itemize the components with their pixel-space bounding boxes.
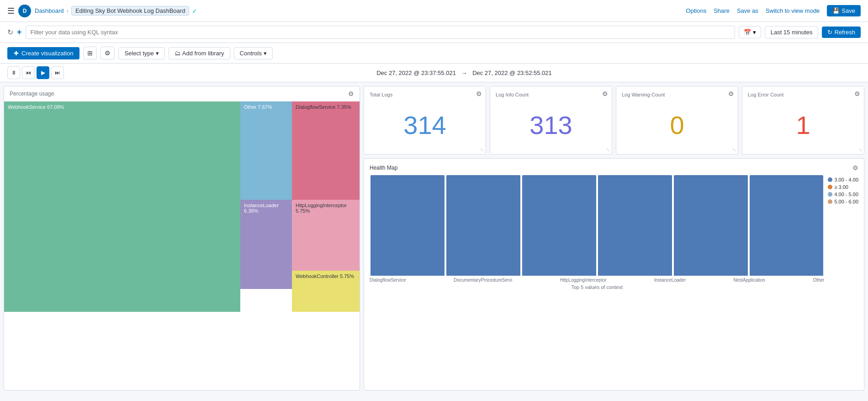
breadcrumb: Dashboard › Editing Sky Bot Webhook Log … — [35, 6, 197, 16]
play-button[interactable]: ▶ — [37, 66, 49, 79]
health-map-content: DialogflowService DocumentaryProcedureSe… — [370, 175, 858, 290]
x-label-other: Other — [813, 278, 824, 283]
treemap-webhookservice: WebhookService 67.09% — [4, 102, 240, 312]
library-icon: 🗂 — [175, 50, 180, 57]
health-map-header: Health Map ⚙ — [370, 164, 858, 171]
treemap-httplogging: HttpLoggingInterceptor 5.75% — [292, 200, 360, 271]
add-filter-icon[interactable]: + — [17, 27, 22, 37]
x-label-dialogflow: DialogflowService — [370, 278, 406, 283]
right-panel: Total Logs ⚙ 314 ⤡ Log Info Count ⚙ 313 … — [364, 86, 864, 390]
legend-label-1: ≥ 3.00 — [834, 184, 848, 190]
plus-icon: ✚ — [14, 50, 19, 57]
refresh-button[interactable]: ↻ Refresh — [822, 27, 861, 38]
breadcrumb-current-page: Editing Sky Bot Webhook Log DashBoard — [71, 6, 189, 16]
health-x-labels: DialogflowService DocumentaryProcedureSe… — [370, 278, 824, 283]
calendar-arrow: ▾ — [753, 29, 756, 36]
log-error-resize-handle: ⤡ — [858, 147, 862, 152]
user-avatar: D — [18, 5, 31, 17]
legend-dot-1 — [828, 185, 832, 189]
health-map-gear-icon[interactable]: ⚙ — [852, 164, 858, 171]
legend-item-2: 4.00 - 5.00 — [828, 192, 858, 197]
next-button[interactable]: ⏭ — [51, 66, 64, 79]
x-label-http: HttpLoggingInterceptor — [560, 278, 607, 283]
legend-item-3: 5.00 - 6.00 — [828, 199, 858, 204]
playback-controls: ⏸ ⏮ ▶ ⏭ — [7, 66, 64, 79]
other-label: Other 7.67% — [244, 104, 272, 110]
time-start: Dec 27, 2022 @ 23:37:55.021 — [376, 70, 456, 76]
treemap-webhookcontroller: WebhookController 5.75% — [292, 271, 360, 312]
create-visualization-button[interactable]: ✚ Create visualization — [7, 47, 79, 59]
save-button[interactable]: 💾 Save — [827, 5, 861, 16]
panel-header: Percentage usage ⚙ — [4, 86, 360, 102]
top-nav: ☰ D Dashboard › Editing Sky Bot Webhook … — [0, 0, 868, 22]
toolbar-grid-icon-button[interactable]: ⊞ — [83, 47, 97, 59]
total-logs-resize-handle: ⤡ — [480, 147, 484, 152]
treemap: WebhookService 67.09% Other 7.67% Dialog… — [4, 102, 360, 312]
stats-row: Total Logs ⚙ 314 ⤡ Log Info Count ⚙ 313 … — [364, 86, 864, 155]
total-logs-card: Total Logs ⚙ 314 ⤡ — [364, 86, 486, 155]
breadcrumb-check-icon: ✓ — [192, 7, 197, 15]
filter-refresh-icon[interactable]: ↻ — [7, 28, 13, 37]
time-range-button[interactable]: Last 15 minutes — [765, 26, 819, 38]
log-error-title: Log Error Count — [748, 92, 858, 97]
time-end: Dec 27, 2022 @ 23:52:55.021 — [472, 70, 552, 76]
breadcrumb-separator: › — [67, 7, 69, 14]
share-link[interactable]: Share — [714, 7, 730, 14]
log-info-gear-icon[interactable]: ⚙ — [602, 90, 608, 97]
treemap-instanceloader: InstanceLoader 6.39% — [240, 200, 292, 289]
prev-button[interactable]: ⏮ — [22, 66, 35, 79]
log-warning-gear-icon[interactable]: ⚙ — [728, 90, 734, 97]
filter-right: 📅 ▾ Last 15 minutes ↻ Refresh — [739, 26, 861, 38]
filter-bar: ↻ + 📅 ▾ Last 15 minutes ↻ Refresh — [0, 22, 868, 43]
health-bar-http — [522, 175, 596, 276]
x-label-nest: NestApplication — [733, 278, 765, 283]
log-error-gear-icon[interactable]: ⚙ — [854, 90, 860, 97]
health-bar-dialogflow — [370, 175, 445, 276]
total-logs-value: 314 — [370, 101, 480, 149]
x-label-instance: InstanceLoader — [654, 278, 686, 283]
log-info-count-card: Log Info Count ⚙ 313 ⤡ — [490, 86, 612, 155]
add-from-library-button[interactable]: 🗂 Add from library — [169, 47, 230, 59]
health-map-chart: DialogflowService DocumentaryProcedureSe… — [370, 175, 824, 290]
toolbar: ✚ Create visualization ⊞ ⚙ Select type ▾… — [0, 43, 868, 64]
health-bars-container — [370, 175, 824, 276]
toolbar-settings-icon-button[interactable]: ⚙ — [101, 47, 115, 59]
webhookcontroller-label: WebhookController 5.75% — [296, 273, 354, 279]
log-error-count-card: Log Error Count ⚙ 1 ⤡ — [742, 86, 864, 155]
legend-label-3: 5.00 - 6.00 — [834, 199, 858, 204]
health-bar-documentary — [446, 175, 520, 276]
switch-view-mode-link[interactable]: Switch to view mode — [766, 7, 820, 14]
health-map-footer: Top 5 values of context — [370, 284, 824, 290]
log-warning-count-card: Log Warning Count ⚙ 0 ⤡ — [616, 86, 738, 155]
kql-filter-input[interactable] — [26, 26, 735, 39]
log-warning-resize-handle: ⤡ — [732, 147, 736, 152]
save-as-link[interactable]: Save as — [737, 7, 758, 14]
time-arrow: → — [461, 70, 467, 76]
time-range-display: Dec 27, 2022 @ 23:37:55.021 → Dec 27, 20… — [68, 70, 861, 76]
panel-gear-icon[interactable]: ⚙ — [348, 90, 354, 97]
legend-label-2: 4.00 - 5.00 — [834, 192, 858, 197]
top-nav-left: ☰ D Dashboard › Editing Sky Bot Webhook … — [7, 5, 197, 17]
controls-button[interactable]: Controls ▾ — [234, 47, 273, 59]
panel-title: Percentage usage — [10, 91, 54, 97]
treemap-other: Other 7.67% — [240, 102, 292, 200]
health-bar-nest — [674, 175, 748, 276]
breadcrumb-dashboard[interactable]: Dashboard — [35, 7, 64, 14]
x-label-documentary: DocumentaryProcedureServi — [454, 278, 512, 283]
log-info-resize-handle: ⤡ — [606, 147, 610, 152]
treemap-right-column: Other 7.67% DialogflowService 7.35% Inst… — [240, 102, 360, 312]
health-map-title: Health Map — [370, 165, 397, 171]
log-warning-value: 0 — [622, 101, 732, 149]
legend-dot-0 — [828, 177, 832, 182]
percentage-usage-panel: Percentage usage ⚙ WebhookService 67.09%… — [4, 86, 360, 390]
treemap-dialogflow: DialogflowService 7.35% — [292, 102, 360, 200]
options-link[interactable]: Options — [686, 7, 706, 14]
total-logs-title: Total Logs — [370, 92, 480, 97]
save-icon: 💾 — [832, 7, 840, 14]
pause-button[interactable]: ⏸ — [7, 66, 20, 79]
calendar-button[interactable]: 📅 ▾ — [739, 26, 761, 38]
total-logs-gear-icon[interactable]: ⚙ — [476, 90, 482, 97]
select-type-button[interactable]: Select type ▾ — [118, 47, 164, 59]
refresh-icon: ↻ — [827, 29, 832, 36]
hamburger-icon[interactable]: ☰ — [7, 6, 15, 16]
